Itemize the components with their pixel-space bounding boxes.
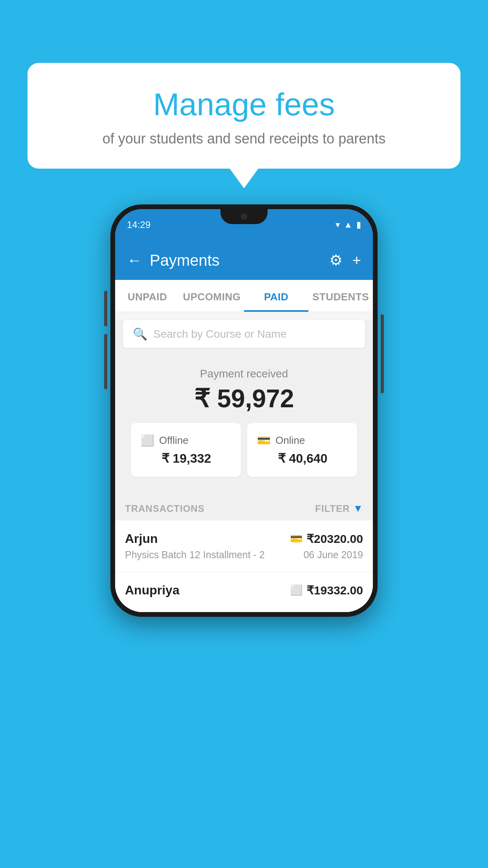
transaction-row-top: Anupriya ⬜ ₹19332.00 <box>125 583 363 598</box>
online-card: 💳 Online ₹ 40,640 <box>247 423 357 477</box>
power-button <box>381 314 384 393</box>
filter-icon: ▼ <box>353 502 363 515</box>
payment-received-section: Payment received ₹ 59,972 ⬜ Offline ₹ 19… <box>115 356 373 495</box>
app-header: ← Payments ⚙ + <box>115 241 373 280</box>
offline-icon: ⬜ <box>141 434 154 447</box>
bubble-title: Manage fees <box>51 86 437 123</box>
online-label: Online <box>275 434 305 447</box>
transaction-name: Arjun <box>125 531 158 546</box>
offline-card-header: ⬜ Offline <box>141 434 231 447</box>
tab-unpaid[interactable]: UNPAID <box>115 280 180 312</box>
transactions-header: TRANSACTIONS FILTER ▼ <box>115 495 373 520</box>
transaction-date: 06 June 2019 <box>303 549 363 561</box>
filter-label: FILTER <box>315 503 350 514</box>
offline-card: ⬜ Offline ₹ 19,332 <box>131 423 241 477</box>
header-left: ← Payments <box>127 252 220 269</box>
speech-bubble-container: Manage fees of your students and send re… <box>28 63 460 169</box>
status-time: 14:29 <box>127 219 150 230</box>
add-icon[interactable]: + <box>352 252 361 269</box>
status-bar: 14:29 ▾ ▲ ▮ <box>115 209 373 241</box>
page-title: Payments <box>150 252 220 269</box>
search-bar[interactable]: 🔍 Search by Course or Name <box>123 320 365 348</box>
signal-icon: ▲ <box>344 220 352 230</box>
volume-down-button <box>104 334 107 389</box>
transaction-payment-icon: 💳 <box>290 533 303 545</box>
status-icons: ▾ ▲ ▮ <box>336 220 361 230</box>
tab-paid[interactable]: PAID <box>244 280 308 312</box>
transaction-row[interactable]: Anupriya ⬜ ₹19332.00 <box>115 572 373 612</box>
back-button[interactable]: ← <box>127 252 142 269</box>
battery-icon: ▮ <box>356 220 361 230</box>
payment-total-amount: ₹ 59,972 <box>123 384 365 413</box>
search-placeholder: Search by Course or Name <box>153 328 286 340</box>
online-card-header: 💳 Online <box>257 434 347 447</box>
online-icon: 💳 <box>257 434 271 447</box>
transaction-amount-2: ₹19332.00 <box>306 583 363 597</box>
transaction-amount-wrap: 💳 ₹20320.00 <box>290 532 363 546</box>
offline-label: Offline <box>159 434 189 447</box>
search-icon: 🔍 <box>133 327 147 341</box>
speech-bubble: Manage fees of your students and send re… <box>28 63 460 169</box>
transaction-amount: ₹20320.00 <box>306 532 363 546</box>
phone-outer: 14:29 ▾ ▲ ▮ ← Payments ⚙ + <box>110 204 378 617</box>
offline-amount: ₹ 19,332 <box>141 451 231 466</box>
transaction-detail: Physics Batch 12 Installment - 2 <box>125 549 265 561</box>
phone-screen: 14:29 ▾ ▲ ▮ ← Payments ⚙ + <box>115 209 373 612</box>
transaction-row-bottom: Physics Batch 12 Installment - 2 06 June… <box>125 549 363 561</box>
filter-container[interactable]: FILTER ▼ <box>315 502 363 515</box>
bubble-subtitle: of your students and send receipts to pa… <box>51 131 437 147</box>
header-right: ⚙ + <box>329 252 361 269</box>
transaction-amount-wrap-2: ⬜ ₹19332.00 <box>290 583 363 597</box>
transaction-name-2: Anupriya <box>125 583 180 598</box>
notch <box>220 209 268 224</box>
camera <box>241 213 247 220</box>
wifi-icon: ▾ <box>336 220 340 230</box>
volume-up-button <box>104 291 107 326</box>
tab-students[interactable]: STUDENTS <box>308 280 373 312</box>
content-area: 🔍 Search by Course or Name Payment recei… <box>115 320 373 612</box>
settings-icon[interactable]: ⚙ <box>329 252 343 269</box>
transaction-payment-icon-2: ⬜ <box>290 584 303 596</box>
phone-container: 14:29 ▾ ▲ ▮ ← Payments ⚙ + <box>110 204 378 617</box>
tabs-container: UNPAID UPCOMING PAID STUDENTS <box>115 280 373 312</box>
transaction-row[interactable]: Arjun 💳 ₹20320.00 Physics Batch 12 Insta… <box>115 520 373 572</box>
payment-received-label: Payment received <box>123 368 365 380</box>
transactions-label: TRANSACTIONS <box>125 503 205 514</box>
transaction-row-top: Arjun 💳 ₹20320.00 <box>125 531 363 546</box>
tab-upcoming[interactable]: UPCOMING <box>180 280 244 312</box>
online-amount: ₹ 40,640 <box>258 451 347 466</box>
payment-cards-row: ⬜ Offline ₹ 19,332 💳 Online ₹ 40,640 <box>123 423 365 487</box>
